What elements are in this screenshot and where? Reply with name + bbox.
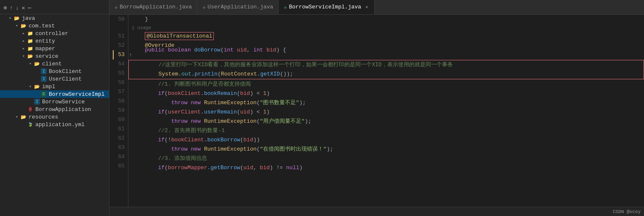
up-icon[interactable]: ↑ [9, 5, 13, 11]
folder-icon [27, 38, 34, 44]
chevron-entity [20, 38, 27, 44]
line-num-59: 59 [113, 106, 125, 115]
tab-label: UserApplication.java [208, 4, 273, 10]
line-num-54: 54 [113, 59, 125, 69]
code-line-64: //3. 添加借阅信息 [128, 154, 644, 163]
code-line-57: if(bookClient.bookRemain(bid) < 1) [128, 89, 644, 98]
sidebar-item-label: impl [42, 84, 55, 90]
folder-icon [34, 60, 40, 67]
code-line-50: } [128, 15, 644, 24]
java-file-icon: ☕ [284, 4, 287, 10]
sidebar-item-label: UserClient [49, 76, 82, 82]
line-num-64: 64 [113, 152, 125, 162]
code-line-62: if(!bookClient.bookBorrow(bid)) [128, 135, 644, 145]
class-icon: C [40, 91, 47, 97]
sidebar-item-client[interactable]: client [0, 60, 109, 68]
interface-icon: I [40, 76, 47, 82]
code-line-55: System.out.println(RootContext.getXID())… [129, 70, 644, 79]
code-line-61: //2. 首先将图书的数量-1 [128, 126, 644, 135]
sidebar-item-label: BorrowServiceImpl [49, 91, 105, 97]
sidebar-item-label: entity [35, 38, 55, 44]
java-file-icon: ☕ [202, 4, 205, 10]
sidebar-item-borrowapplication[interactable]: @ BorrowApplication [0, 105, 109, 113]
interface-icon: I [34, 98, 40, 105]
sidebar-item-borrowservice[interactable]: I BorrowService [0, 98, 109, 105]
tab-bar: ☕ BorrowApplication.java ☕ UserApplicati… [109, 0, 644, 15]
line-num-50: 50 [113, 15, 125, 24]
chevron-impl [27, 83, 34, 90]
line-num-63: 63 [113, 143, 125, 152]
sidebar-item-label: resources [29, 114, 58, 120]
down-icon[interactable]: ↓ [16, 5, 19, 11]
watermark: CSDN @vcoy [613, 209, 641, 214]
sidebar-item-label: BorrowApplication [35, 106, 91, 113]
usage-hint: 1 usage [128, 24, 644, 32]
sidebar-item-controller[interactable]: controller [0, 30, 109, 37]
sidebar-item-label: service [35, 53, 59, 59]
code-editor[interactable]: 50 51 52 53 54 55 56 57 58 59 60 61 62 6… [109, 15, 644, 207]
sidebar-item-mapper[interactable]: mapper [0, 45, 109, 52]
chevron-service [20, 53, 27, 59]
line-num-52: 52 [113, 41, 125, 50]
sidebar-item-application-yml[interactable]: 🍃 application.yml [0, 121, 109, 128]
code-line-63: throw new RuntimeException("在借阅图书时出现错误！"… [128, 145, 644, 154]
folder-icon [13, 15, 20, 22]
tab-close-button[interactable]: ✕ [365, 4, 369, 10]
tab-userapplication[interactable]: ☕ UserApplication.java [197, 0, 279, 14]
interface-icon: I [40, 68, 47, 75]
sidebar-item-bookclient[interactable]: I BookClient [0, 68, 109, 75]
line-num-51: 51 [113, 32, 125, 41]
tab-label: BorrowServiceImpl.java [289, 4, 361, 10]
add-icon[interactable]: ⊕ [3, 4, 7, 11]
line-num-57: 57 [113, 87, 125, 97]
sidebar-item-borrowserviceimpl[interactable]: C BorrowServiceImpl [0, 90, 109, 98]
sidebar-item-java[interactable]: java [0, 14, 109, 22]
code-lines: } 1 usage @GlobalTransactional @Override… [128, 15, 644, 207]
sidebar-item-label: com.test [29, 23, 55, 29]
more-icon[interactable]: ⋯ [28, 4, 31, 11]
line-num-58: 58 [113, 97, 125, 106]
bottom-bar: CSDN @vcoy [109, 207, 644, 216]
editor-area: ☕ BorrowApplication.java ☕ UserApplicati… [109, 0, 644, 216]
java-file-icon: ☕ [114, 4, 117, 10]
folder-icon [34, 83, 40, 90]
sidebar-item-label: application.yml [35, 122, 85, 128]
code-line-53: public boolean doBorrow(int uid, int bid… [128, 50, 644, 59]
sidebar-item-com-test[interactable]: com.test [0, 22, 109, 30]
chevron-controller [20, 30, 27, 37]
folder-icon [20, 22, 27, 29]
sidebar-item-entity[interactable]: entity [0, 37, 109, 45]
folder-icon [27, 30, 34, 37]
tab-borrowserviceimpl[interactable]: ☕ BorrowServiceImpl.java ✕ [279, 0, 375, 14]
line-num-55: 55 [113, 69, 125, 78]
code-line-54: //这里打印一下XID看看，其他的服务业添加这样一个打印，如果一会都打印的是同一… [129, 60, 644, 70]
line-num-61: 61 [113, 124, 125, 134]
sidebar-item-resources[interactable]: resources [0, 113, 109, 121]
sidebar-item-label: controller [35, 30, 68, 37]
code-line-51: @GlobalTransactional [128, 32, 644, 41]
sidebar-item-userclient[interactable]: I UserClient [0, 75, 109, 83]
close-icon[interactable]: ✕ [21, 4, 25, 11]
tab-borrowapplication[interactable]: ☕ BorrowApplication.java [109, 0, 197, 14]
chevron-com-test [13, 22, 20, 29]
red-highlight-box: //这里打印一下XID看看，其他的服务业添加这样一个打印，如果一会都打印的是同一… [128, 60, 644, 79]
folder-icon [27, 45, 34, 52]
folder-icon [27, 53, 34, 59]
chevron-resources [13, 113, 20, 120]
line-num-60: 60 [113, 115, 125, 124]
line-num-53: 53 [113, 50, 125, 59]
chevron-java [7, 15, 13, 22]
sidebar: ⊕ ↑ ↓ ✕ ⋯ java com.test controller entit… [0, 0, 109, 216]
folder-icon [20, 113, 27, 120]
line-numbers: 50 51 52 53 54 55 56 57 58 59 60 61 62 6… [109, 15, 128, 207]
sidebar-item-impl[interactable]: impl [0, 83, 109, 90]
line-num-65: 65 [113, 162, 125, 171]
code-line-65: if(borrowMapper.getBorrow(uid, bid) != n… [128, 163, 644, 173]
sidebar-item-service[interactable]: service [0, 52, 109, 60]
code-line-59: if(userClient.userRemain(uid) < 1) [128, 108, 644, 117]
sidebar-item-label: java [22, 15, 35, 22]
chevron-client [27, 60, 34, 67]
sidebar-item-label: mapper [35, 46, 55, 52]
line-num-56: 56 [113, 78, 125, 87]
yaml-icon: 🍃 [27, 121, 34, 128]
